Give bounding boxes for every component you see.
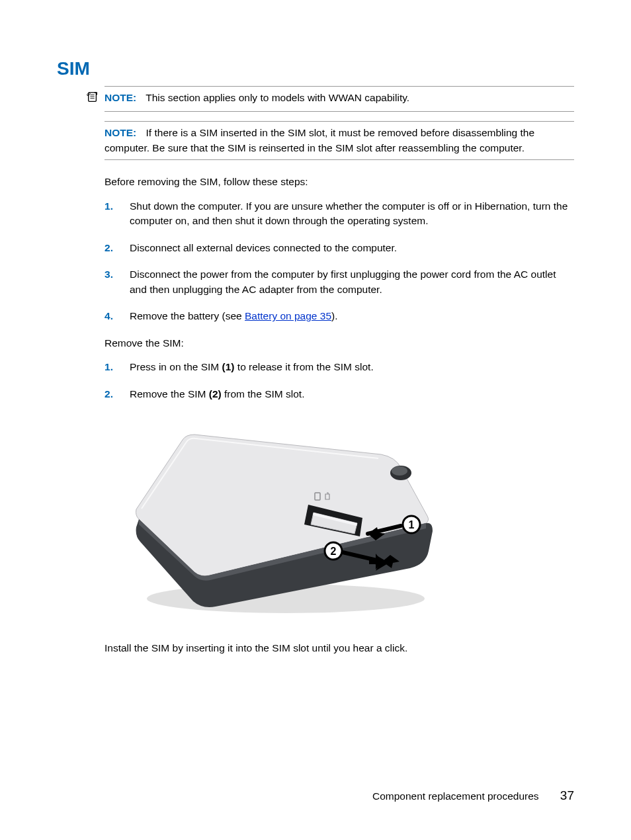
note-label: NOTE:: [105, 92, 136, 103]
note-2: NOTE: If there is a SIM inserted in the …: [105, 122, 574, 159]
remove-steps-list: Press in on the SIM (1) to release it fr…: [105, 360, 574, 401]
note-text: If there is a SIM inserted in the SIM sl…: [105, 127, 534, 153]
step-item: Press in on the SIM (1) to release it fr…: [105, 360, 574, 374]
step-item: Disconnect the power from the computer b…: [105, 267, 574, 297]
divider: [105, 159, 574, 160]
note-1: NOTE: This section applies only to model…: [105, 87, 574, 111]
step-item: Remove the SIM (2) from the SIM slot.: [105, 387, 574, 401]
note-label: NOTE:: [105, 127, 136, 138]
footer-section-title: Component replacement procedures: [372, 790, 539, 802]
note-text: This section applies only to models with…: [146, 92, 409, 103]
step-item: Shut down the computer. If you are unsur…: [105, 199, 574, 229]
step-item: Disconnect all external devices connecte…: [105, 241, 574, 255]
intro-paragraph-2: Remove the SIM:: [105, 336, 574, 351]
callout-1-label: 1: [409, 519, 415, 530]
battery-link[interactable]: Battery on page 35: [245, 310, 331, 321]
svg-rect-0: [89, 93, 97, 102]
page-footer: Component replacement procedures 37: [372, 788, 574, 803]
intro-paragraph-1: Before removing the SIM, follow these st…: [105, 175, 574, 189]
pre-steps-list: Shut down the computer. If you are unsur…: [105, 199, 574, 324]
step-item: Remove the battery (see Battery on page …: [105, 309, 574, 323]
note-icon: [86, 91, 101, 107]
callout-2-label: 2: [331, 546, 337, 557]
closing-paragraph: Install the SIM by inserting it into the…: [105, 641, 574, 655]
svg-point-6: [392, 466, 407, 476]
section-heading: SIM: [57, 58, 574, 79]
sim-removal-figure: 1 2: [130, 420, 442, 622]
footer-page-number: 37: [560, 788, 574, 802]
